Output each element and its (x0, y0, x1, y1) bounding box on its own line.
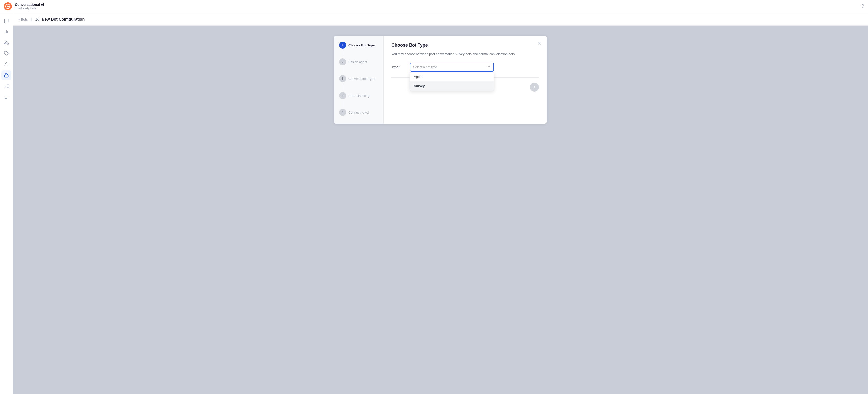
content-area: 1 Choose Bot Type 2 Assign agent (13, 26, 868, 394)
close-button[interactable]: ✕ (536, 39, 543, 47)
chevron-up-icon: ⌃ (487, 65, 490, 69)
step-item-2: 2 Assign agent (339, 58, 378, 65)
step-circle-3: 3 (339, 75, 346, 82)
step-label-4: Error Handling (348, 94, 369, 97)
step-connector-2 (343, 67, 343, 73)
page-header: ‹ Bots | New Bot Configuration (13, 13, 868, 26)
svg-point-21 (37, 18, 38, 19)
app-subtitle: Third-Party Bots (15, 7, 861, 10)
help-icon[interactable]: ? (861, 3, 864, 9)
svg-point-22 (36, 20, 36, 21)
page-title-area: New Bot Configuration (35, 17, 85, 22)
sidebar-item-integrations[interactable] (1, 81, 11, 91)
breadcrumb-back[interactable]: ‹ Bots (19, 17, 28, 21)
step-label-2: Assign agent (348, 60, 367, 64)
form-title: Choose Bot Type (392, 43, 539, 48)
bot-type-dropdown[interactable]: Select a bot type ⌃ (410, 63, 494, 72)
step-item-5: 5 Connect to A.I. (339, 109, 378, 116)
sidebar-item-settings[interactable] (1, 92, 11, 102)
dropdown-wrapper: Select a bot type ⌃ Agent Survey (410, 63, 494, 72)
app-title-block: Conversational AI Third-Party Bots (15, 3, 861, 10)
breadcrumb-bots-label: Bots (21, 17, 28, 21)
step-circle-4: 4 (339, 92, 346, 99)
bot-config-icon (35, 17, 40, 22)
svg-rect-12 (4, 75, 8, 77)
svg-line-24 (36, 19, 37, 20)
step-label-1: Choose Bot Type (348, 43, 375, 47)
main-content: ‹ Bots | New Bot Configuration (13, 13, 868, 394)
sidebar (0, 13, 13, 394)
step-label-3: Conversation Type (348, 77, 375, 81)
svg-point-15 (7, 76, 7, 77)
svg-point-23 (38, 20, 39, 21)
sidebar-item-bots[interactable] (1, 70, 11, 80)
breadcrumb-separator: | (31, 17, 32, 22)
steps-panel: 1 Choose Bot Type 2 Assign agent (334, 36, 383, 124)
sidebar-item-labels[interactable] (1, 49, 11, 58)
step-circle-1: 1 (339, 41, 346, 49)
card-container: 1 Choose Bot Type 2 Assign agent (334, 36, 547, 124)
dropdown-option-survey[interactable]: Survey (410, 81, 494, 91)
svg-line-25 (37, 19, 38, 20)
field-label-type: Type* (392, 63, 404, 69)
app-logo (4, 2, 12, 10)
next-button[interactable] (530, 83, 539, 91)
sidebar-item-chat[interactable] (1, 16, 11, 26)
dropdown-option-agent[interactable]: Agent (410, 72, 494, 81)
step-item-3: 3 Conversation Type (339, 75, 378, 82)
svg-point-14 (5, 76, 6, 77)
app-title: Conversational AI (15, 3, 861, 7)
header-icons: ? (861, 3, 864, 9)
step-connector-1 (343, 51, 343, 56)
svg-point-9 (5, 41, 7, 43)
sidebar-item-contacts[interactable] (1, 38, 11, 48)
layout: ‹ Bots | New Bot Configuration (0, 13, 868, 394)
dropdown-placeholder: Select a bot type (413, 65, 437, 69)
svg-point-1 (7, 6, 9, 7)
step-item-1: 1 Choose Bot Type (339, 41, 378, 49)
svg-point-11 (5, 63, 7, 64)
chevron-left-icon: ‹ (19, 17, 20, 21)
sidebar-item-reports[interactable] (1, 27, 11, 37)
step-connector-3 (343, 84, 343, 90)
step-circle-2: 2 (339, 58, 346, 65)
step-label-5: Connect to A.I. (348, 111, 370, 114)
step-connector-4 (343, 101, 343, 107)
step-item-4: 4 Error Handling (339, 92, 378, 99)
form-panel: ✕ Choose Bot Type You may choose between… (383, 36, 547, 124)
page-title: New Bot Configuration (42, 17, 85, 22)
top-header: Conversational AI Third-Party Bots ? (0, 0, 868, 13)
step-circle-5: 5 (339, 109, 346, 116)
form-field-type: Type* Select a bot type ⌃ Agent (392, 63, 539, 72)
form-description: You may choose between post conversation… (392, 52, 539, 57)
sidebar-item-account[interactable] (1, 59, 11, 69)
dropdown-menu: Agent Survey (410, 72, 494, 91)
